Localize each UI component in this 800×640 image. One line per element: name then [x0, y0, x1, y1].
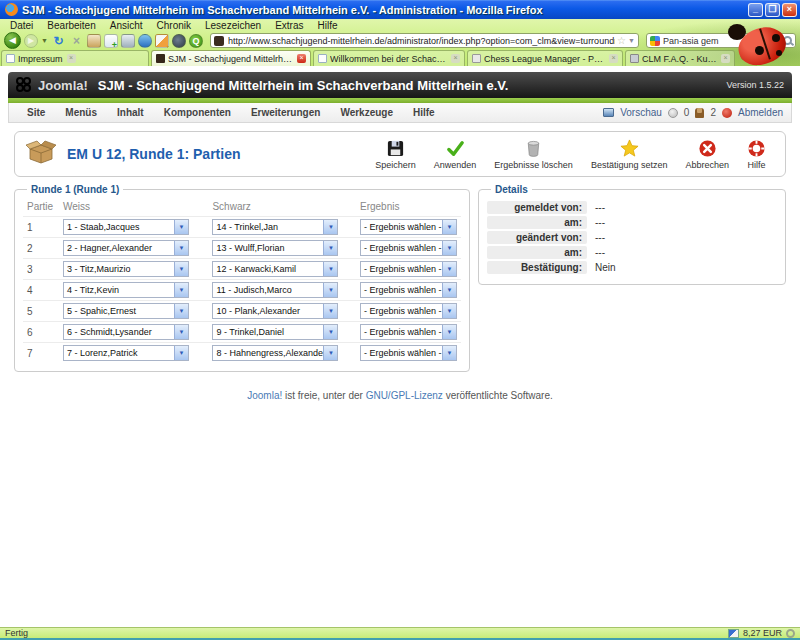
maximize-button[interactable]: ❐: [765, 3, 780, 17]
clm-favicon: [472, 54, 481, 63]
help-button[interactable]: Hilfe: [738, 136, 775, 172]
check-icon: [446, 138, 465, 158]
weiss-select-5[interactable]: 5 - Spahic,Ernest▼: [63, 303, 189, 319]
admin-menu-inhalt[interactable]: Inhalt: [107, 107, 154, 118]
new-page-icon[interactable]: [104, 34, 118, 48]
admin-menu-site[interactable]: Site: [17, 107, 55, 118]
home-icon[interactable]: [87, 34, 101, 48]
site-title: SJM - Schachjugend Mittelrhein im Schach…: [98, 78, 727, 93]
reload-icon[interactable]: ↻: [51, 34, 66, 48]
tab-sjm-active[interactable]: SJM - Schachjugend Mittelrhein ... ×: [151, 50, 311, 66]
translate-extension-icon[interactable]: [155, 34, 169, 48]
schwarz-select-1[interactable]: 14 - Trinkel,Jan▼: [212, 219, 338, 235]
browser-navbar: ◀ ▶ ▼ ↻ × Q http://www.schachjugend-mitt…: [0, 32, 800, 49]
tab-close-icon[interactable]: ×: [721, 54, 730, 63]
admin-menu-erweiterungen[interactable]: Erweiterungen: [241, 107, 330, 118]
ergebnis-select-7[interactable]: - Ergebnis wählen -▼: [360, 345, 457, 361]
joomla-link[interactable]: Joomla!: [247, 390, 282, 401]
bookmark-extension-icon[interactable]: [138, 34, 152, 48]
chevron-down-icon: ▼: [323, 325, 337, 339]
logout-link[interactable]: Abmelden: [738, 107, 783, 118]
menu-lesezeichen[interactable]: Lesezeichen: [199, 20, 267, 31]
schwarz-select-4[interactable]: 11 - Judisch,Marco▼: [212, 282, 338, 298]
schwarz-select-2[interactable]: 13 - Wulff,Florian▼: [212, 240, 338, 256]
schwarz-select-5[interactable]: 10 - Plank,Alexander▼: [212, 303, 338, 319]
back-button[interactable]: ◀: [4, 32, 21, 49]
weiss-select-3[interactable]: 3 - Titz,Maurizio▼: [63, 261, 189, 277]
tab-bar: Impressum × SJM - Schachjugend Mittelrhe…: [0, 49, 800, 66]
url-bar[interactable]: http://www.schachjugend-mittelrhein.de/a…: [210, 33, 639, 48]
chevron-down-icon: ▼: [442, 283, 456, 297]
sjm-favicon: [156, 54, 165, 63]
gpl-license-link[interactable]: GNU/GPL-Lizenz: [366, 390, 443, 401]
list-all-tabs-button[interactable]: ▼: [739, 54, 746, 61]
users-count[interactable]: 2: [710, 107, 716, 118]
ergebnis-select-1[interactable]: - Ergebnis wählen -▼: [360, 219, 457, 235]
menu-bearbeiten[interactable]: Bearbeiten: [41, 20, 101, 31]
screenshot-extension-icon[interactable]: [172, 34, 186, 48]
url-text[interactable]: http://www.schachjugend-mittelrhein.de/a…: [228, 36, 615, 46]
tab-close-icon[interactable]: ×: [609, 54, 618, 63]
ergebnis-select-5[interactable]: - Ergebnis wählen -▼: [360, 303, 457, 319]
stop-icon[interactable]: ×: [69, 34, 84, 48]
messages-count[interactable]: 0: [684, 107, 690, 118]
print-icon[interactable]: [121, 34, 135, 48]
history-dropdown-icon[interactable]: ▼: [41, 37, 48, 44]
minimize-button[interactable]: _: [748, 3, 763, 17]
detail-row: gemeldet von: ---: [487, 201, 777, 214]
apply-button[interactable]: Anwenden: [425, 136, 486, 172]
search-icon[interactable]: [783, 36, 792, 45]
preview-link[interactable]: Vorschau: [620, 107, 662, 118]
save-button[interactable]: Speichern: [366, 136, 425, 172]
admin-menu-menus[interactable]: Menüs: [55, 107, 107, 118]
delete-results-button[interactable]: Ergebnisse löschen: [485, 136, 582, 172]
ergebnis-select-2[interactable]: - Ergebnis wählen -▼: [360, 240, 457, 256]
currency-extension-icon[interactable]: [728, 629, 739, 638]
round-fieldset: Runde 1 (Runde 1) Partie Weiss Schwarz E…: [14, 184, 470, 372]
cancel-icon: [698, 138, 717, 158]
tab-close-icon[interactable]: ×: [67, 54, 76, 63]
chevron-down-icon: ▼: [323, 220, 337, 234]
weiss-select-1[interactable]: 1 - Staab,Jacques▼: [63, 219, 189, 235]
tab-close-icon[interactable]: ×: [451, 54, 460, 63]
status-circle-icon[interactable]: [786, 629, 795, 638]
schwarz-select-3[interactable]: 12 - Karwacki,Kamil▼: [212, 261, 338, 277]
admin-menu-hilfe[interactable]: Hilfe: [403, 107, 445, 118]
ergebnis-select-4[interactable]: - Ergebnis wählen -▼: [360, 282, 457, 298]
search-engine-icon[interactable]: [650, 36, 660, 46]
col-weiss: Weiss: [59, 199, 208, 217]
admin-menu-komponenten[interactable]: Komponenten: [154, 107, 241, 118]
menu-chronik[interactable]: Chronik: [151, 20, 197, 31]
close-button[interactable]: ×: [782, 3, 797, 17]
schwarz-select-7[interactable]: 8 - Hahnengress,Alexander▼: [212, 345, 338, 361]
tab-chess-league-manager[interactable]: Chess League Manager - Projektseite ×: [467, 50, 623, 66]
weiss-select-2[interactable]: 2 - Hagner,Alexander▼: [63, 240, 189, 256]
schwarz-select-6[interactable]: 9 - Trinkel,Daniel▼: [212, 324, 338, 340]
tab-willkommen[interactable]: Willkommen bei der Schachjugend NRW ×: [313, 50, 465, 66]
set-confirmation-button[interactable]: Bestätigung setzen: [582, 136, 677, 172]
chevron-down-icon: ▼: [442, 220, 456, 234]
menu-extras[interactable]: Extras: [269, 20, 309, 31]
weiss-select-7[interactable]: 7 - Lorenz,Patrick▼: [63, 345, 189, 361]
weiss-select-6[interactable]: 6 - Schmidt,Lysander▼: [63, 324, 189, 340]
quick-search-extension-icon[interactable]: Q: [189, 34, 203, 48]
tab-impressum[interactable]: Impressum ×: [1, 50, 149, 66]
ergebnis-select-3[interactable]: - Ergebnis wählen -▼: [360, 261, 457, 277]
url-dropdown-icon[interactable]: ▼: [628, 37, 635, 44]
admin-menu-werkzeuge[interactable]: Werkzeuge: [330, 107, 403, 118]
menu-datei[interactable]: Datei: [4, 20, 39, 31]
weiss-select-4[interactable]: 4 - Titz,Kevin▼: [63, 282, 189, 298]
admin-menubar: Site Menüs Inhalt Komponenten Erweiterun…: [8, 103, 792, 123]
cancel-button[interactable]: Abbrechen: [676, 136, 738, 172]
menu-hilfe[interactable]: Hilfe: [312, 20, 344, 31]
joomla-admin-header: Joomla! SJM - Schachjugend Mittelrhein i…: [8, 72, 792, 98]
tab-clm-faq[interactable]: CLM F.A.Q. - Kunena ×: [625, 50, 735, 66]
bookmark-star-icon[interactable]: ☆: [617, 35, 626, 46]
tab-close-icon[interactable]: ×: [297, 54, 306, 63]
ergebnis-select-6[interactable]: - Ergebnis wählen -▼: [360, 324, 457, 340]
search-input[interactable]: Pan-asia gem: [663, 36, 783, 46]
forward-button[interactable]: ▶: [24, 34, 38, 48]
menu-ansicht[interactable]: Ansicht: [104, 20, 149, 31]
search-box[interactable]: Pan-asia gem: [646, 33, 796, 48]
chevron-down-icon: ▼: [323, 346, 337, 360]
